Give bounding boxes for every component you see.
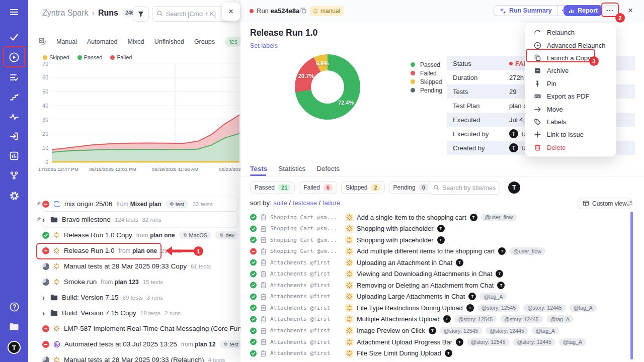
- menu-item-labels[interactable]: Labels: [525, 116, 616, 128]
- annotation-step-2: 2: [615, 13, 625, 23]
- test-title[interactable]: Removing or Deleting an Attachment from …: [357, 282, 494, 289]
- runs-list-panel: Zyntra Spark›Runs246 ManualAutomatedMixe…: [28, 0, 242, 362]
- expand-chevron[interactable]: ›: [42, 309, 46, 317]
- menu-item-pin[interactable]: Pin: [525, 77, 616, 90]
- test-tag: @tag_A: [532, 327, 559, 334]
- run-title[interactable]: Release Run 1.0 Copy: [64, 231, 132, 239]
- test-suite: Shopping Cart @sm...: [270, 237, 342, 243]
- run-row[interactable]: ›Build: Version 7.15 Copy18 tests2 runs: [28, 305, 242, 321]
- test-status-passed-icon: [250, 270, 257, 277]
- test-row[interactable]: Attachments @firstUploading Large Attach…: [250, 291, 507, 302]
- run-row[interactable]: LMP-587 Implement Real-Time Chat Messagi…: [28, 321, 242, 336]
- test-tag: @story: 12445: [500, 315, 542, 323]
- test-row[interactable]: Attachments @firstUploading an Attachmen…: [250, 257, 463, 268]
- activity-icon[interactable]: [0, 109, 28, 125]
- annotation-box-1: [36, 243, 162, 259]
- run-row[interactable]: Manual tests at 28 Mar 2025 09:33 (Relau…: [28, 352, 242, 362]
- settings-icon[interactable]: [0, 188, 28, 204]
- run-row[interactable]: Release Run 1.0 Copyfrom plan oneMacOSde…: [28, 227, 242, 243]
- test-tag: @story: 12445: [523, 304, 566, 312]
- run-row[interactable]: ›Bravo milestone124 tests32 runs: [28, 212, 242, 227]
- run-status-failed-icon: [42, 325, 49, 332]
- group-runs-count: 3 runs: [147, 295, 163, 301]
- assignee-avatar: T: [498, 247, 506, 255]
- annotation-box-3: [526, 49, 595, 62]
- test-status-passed-icon: [250, 282, 257, 289]
- inbox-icon[interactable]: [0, 128, 28, 144]
- test-title[interactable]: Shopping with placeholder: [357, 236, 434, 244]
- assignee-avatar: T: [429, 327, 436, 334]
- expand-chevron[interactable]: ›: [42, 293, 46, 302]
- run-title[interactable]: Manual tests at 28 Mar 2025 09:33 Copy: [64, 262, 187, 270]
- help-icon[interactable]: [0, 299, 28, 315]
- menu-item-relaunch[interactable]: Relaunch: [525, 26, 616, 39]
- test-title[interactable]: File Type Restrictions During Upload: [357, 304, 463, 312]
- run-row[interactable]: ›Build: Version 7.1569 tests3 runs: [28, 290, 242, 305]
- group-title[interactable]: Build: Version 7.15 Copy: [62, 309, 136, 317]
- docs-icon[interactable]: [0, 319, 28, 335]
- run-status-failed-icon: [42, 341, 49, 348]
- menu-item-archive[interactable]: Archive: [525, 64, 616, 77]
- group-title[interactable]: Bravo milestone: [62, 216, 111, 223]
- test-title[interactable]: Add multiple different items to the shop…: [357, 247, 495, 255]
- test-row[interactable]: Shopping Cart @sm...Add a single item to…: [250, 212, 517, 223]
- test-title[interactable]: Uploading Large Attachments in Chat: [357, 293, 465, 300]
- test-row[interactable]: Shopping Cart @sm...Shopping with placeh…: [250, 223, 445, 234]
- test-row[interactable]: Attachments @firstAttachment Upload Prog…: [250, 336, 586, 347]
- user-avatar[interactable]: T: [0, 339, 28, 355]
- run-title[interactable]: Automated tests at 03 Jul 2025 13:25: [64, 340, 177, 348]
- run-row[interactable]: Automated tests at 03 Jul 2025 13:25from…: [28, 336, 242, 352]
- test-cases-icon[interactable]: [0, 69, 28, 85]
- group-title[interactable]: Build: Version 7.15: [62, 294, 119, 301]
- test-title[interactable]: Viewing and Downloading Attachments in C…: [357, 270, 492, 278]
- run-row[interactable]: mix origin 25/06from Mixed plantest33 te…: [28, 196, 242, 212]
- test-row[interactable]: Attachments @firstFile Type Restrictions…: [250, 302, 597, 313]
- steps-icon[interactable]: [0, 89, 28, 105]
- test-title[interactable]: Shopping with placeholder: [357, 225, 434, 232]
- test-title[interactable]: Image Preview on Click: [357, 327, 425, 334]
- test-row[interactable]: Attachments @firstMultiple Attachments U…: [250, 314, 574, 325]
- run-title[interactable]: mix origin 25/06: [64, 200, 112, 208]
- menu-icon[interactable]: [0, 4, 28, 20]
- run-actions-menu: RelaunchAdvanced RelaunchLaunch a CopyAr…: [525, 22, 616, 157]
- menu-item-move[interactable]: Move: [525, 103, 616, 115]
- drawer-close-button[interactable]: ×: [222, 3, 240, 21]
- test-row[interactable]: Shopping Cart @sm...Add multiple differe…: [250, 246, 545, 257]
- menu-item-delete[interactable]: Delete: [525, 141, 616, 154]
- run-row[interactable]: Manual tests at 28 Mar 2025 09:33 Copy61…: [28, 258, 242, 274]
- expand-chevron[interactable]: ›: [42, 215, 46, 224]
- test-tag: @tag_A: [479, 293, 507, 300]
- test-row[interactable]: Attachments @firstFile Size Limit During…: [250, 348, 452, 359]
- integrations-icon[interactable]: [0, 167, 28, 184]
- manual-type-icon: [345, 213, 353, 221]
- pdf-icon: PDF: [533, 93, 541, 100]
- run-title[interactable]: Smoke run: [64, 278, 97, 286]
- test-title[interactable]: File Size Limit During Upload: [357, 349, 441, 357]
- testcase-icon: [260, 327, 267, 334]
- run-row[interactable]: Smoke runfrom plan 12315 tests: [28, 274, 242, 290]
- group-tests-count: 69 tests: [123, 295, 143, 301]
- menu-item-export-as-pdf[interactable]: PDFExport as PDF: [525, 90, 616, 103]
- annotation-step-1: 1: [194, 246, 203, 256]
- test-row[interactable]: Attachments @firstViewing and Downloadin…: [250, 268, 503, 280]
- test-title[interactable]: Attachment Upload Progress Bar: [357, 338, 452, 346]
- test-row[interactable]: Shopping Cart @sm...Shopping with placeh…: [250, 234, 445, 245]
- analytics-icon[interactable]: [0, 148, 28, 164]
- menu-item-link-to-issue[interactable]: Link to Issue: [525, 128, 616, 141]
- test-title[interactable]: Uploading an Attachment in Chat: [357, 259, 452, 266]
- manual-type-icon: [345, 327, 353, 335]
- projects-icon[interactable]: [0, 29, 28, 45]
- test-row[interactable]: Attachments @firstImage Preview on Click…: [250, 325, 559, 336]
- test-title[interactable]: Add a single item to the shopping cart: [357, 214, 466, 221]
- run-type-manual-icon: [53, 232, 60, 238]
- tests-scrollbar[interactable]: [630, 212, 633, 359]
- move-icon: [533, 106, 541, 113]
- test-row[interactable]: Attachments @firstRemoving or Deleting a…: [250, 280, 505, 291]
- run-status-progress-icon: [42, 263, 49, 270]
- test-status-passed-icon: [250, 293, 257, 300]
- folder-icon: [50, 310, 58, 316]
- run-title[interactable]: LMP-587 Implement Real-Time Chat Messagi…: [64, 325, 270, 332]
- test-title[interactable]: Multiple Attachments Upload: [357, 315, 440, 323]
- run-title[interactable]: Manual tests at 28 Mar 2025 09:33 (Relau…: [64, 356, 204, 362]
- test-suite: Shopping Cart @sm...: [270, 248, 342, 254]
